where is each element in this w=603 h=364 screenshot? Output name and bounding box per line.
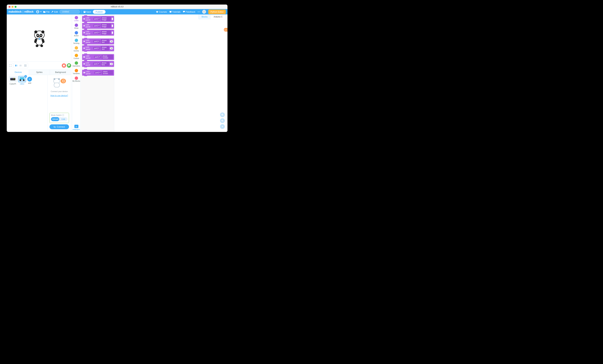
panda-sprite[interactable] [34,31,45,46]
chevron-down-icon [40,11,42,12]
plug-icon [62,80,64,82]
port-dropdown[interactable]: port1 [93,40,100,43]
language-icon[interactable] [36,10,39,13]
block-led-panel[interactable]: LED panel port1 shows image [82,23,114,29]
chat-icon [183,11,185,13]
tab-background[interactable]: Background [50,70,71,75]
port-dropdown[interactable]: port1 [93,18,100,20]
block-led-panel[interactable]: LED panel port1 clears screen [82,70,114,76]
port-dropdown[interactable]: port1 [94,56,101,58]
category-dot-icon [75,54,78,57]
folder-icon [43,11,46,13]
port-dropdown[interactable]: port1 [93,24,100,27]
device-cyberpi[interactable]: CyberPi [9,76,17,85]
category-dot-icon [75,77,78,80]
book-icon [169,11,172,13]
zoom-out-button[interactable] [220,118,225,123]
led-panel-icon [83,63,85,65]
mode-live[interactable]: Live [59,117,68,121]
port-dropdown[interactable]: port1 [93,32,100,34]
category-events[interactable]: Events [72,46,80,52]
category-dot-icon [75,39,78,42]
file-menu[interactable]: File [43,11,50,13]
project-name-input[interactable]: Untitled [59,10,80,14]
svg-rect-1 [16,65,17,66]
category-dot-icon [75,69,78,72]
stop-button[interactable] [62,63,66,68]
category-my-blocks[interactable]: My Blocks [72,77,80,82]
port-dropdown[interactable]: port1 [94,71,101,74]
tab-blocks[interactable]: Blocks [198,14,210,19]
connect-prompt: Connect your device [51,90,68,92]
svg-rect-2 [20,65,20,66]
scripting-canvas[interactable]: Blocks Arduino C </> [114,14,228,132]
code-toggle-button[interactable]: </> [224,28,228,32]
flag-icon [68,64,70,67]
svg-rect-4 [24,65,25,65]
tab-sprites[interactable]: Sprites [29,70,50,75]
block-led-panel[interactable]: LED panel port1 shows number [82,54,114,60]
block-led-panel[interactable]: LED panel port1 shows image [82,16,114,22]
layout-split-button[interactable] [14,64,18,67]
device-list: CyberPi ✕ mBot + add [8,75,47,131]
port-dropdown[interactable]: port1 [93,47,100,50]
edit-menu[interactable]: Edit [51,11,58,13]
close-icon[interactable] [9,6,11,8]
zoom-controls [220,112,225,129]
window-controls [9,6,16,8]
svg-rect-7 [25,66,26,66]
category-show[interactable]: Show [72,23,80,29]
led-panel-icon [83,47,85,49]
block-led-panel[interactable]: LED panel port1 shows texthe [82,45,114,51]
asset-tabs: Devices Sprites Background [8,70,71,75]
connect-button[interactable]: Connect [49,124,69,129]
remove-device-button[interactable]: ✕ [24,75,27,78]
python-editor-button[interactable]: Python Editor [208,10,226,14]
mode-switch[interactable]: Upload Live [51,117,68,121]
category-sensing[interactable]: Sensing [72,39,80,44]
block-led-panel[interactable]: LED panel port1 shows time12 [82,61,114,67]
category-control[interactable]: Control [72,54,80,59]
fullscreen-button[interactable] [8,64,12,67]
user-avatar[interactable] [202,10,206,14]
tutorials-link[interactable]: Tutorials [169,11,180,13]
titlebar: mBlock v5.4.0 [7,5,228,9]
svg-rect-6 [24,66,25,66]
more-icon[interactable] [198,11,200,12]
zoom-in-button[interactable] [220,112,225,117]
plus-icon: + [27,77,32,81]
how-to-link[interactable]: How to use device? [50,94,68,97]
minimize-icon[interactable] [12,6,13,8]
category-looks[interactable]: Looks [72,16,80,22]
tab-arduino-c[interactable]: Arduino C [211,14,226,19]
courses-link[interactable]: Courses [156,11,167,13]
window-title: mBlock v5.4.0 [111,6,123,8]
device-mbot[interactable]: ✕ mBot [18,76,26,85]
save-button[interactable]: Save [83,11,91,13]
help-icon[interactable]: ? [62,114,64,116]
category-variables[interactable]: Variables [72,69,80,75]
go-button[interactable] [67,63,71,68]
led-panel-icon [83,72,85,73]
layout-side-button[interactable] [19,64,23,67]
code-tabs: Blocks Arduino C [198,14,226,19]
layout-grid-button[interactable] [23,64,27,67]
wrench-icon [51,11,54,13]
extension-button[interactable]: + [74,125,78,128]
stage[interactable] [8,15,71,62]
recenter-button[interactable] [220,124,225,129]
mode-upload[interactable]: Upload [51,117,59,121]
category-action[interactable]: Action [72,31,80,37]
block-led-panel[interactable]: LED panel port1 shows texthe [82,38,114,44]
maximize-icon[interactable] [15,6,16,8]
port-dropdown[interactable]: port1 [93,63,100,65]
category-dot-icon [75,16,78,19]
publish-button[interactable]: Publish [93,10,105,14]
feedback-link[interactable]: Feedback [183,11,195,13]
stage-controls [8,63,71,68]
add-device-button[interactable]: + add [27,76,32,84]
block-led-panel[interactable]: LED panel port1 shows image [82,30,114,35]
tab-devices[interactable]: Devices [8,70,29,75]
category-dot-icon [75,31,78,34]
category-operators[interactable]: Operators [72,61,80,67]
